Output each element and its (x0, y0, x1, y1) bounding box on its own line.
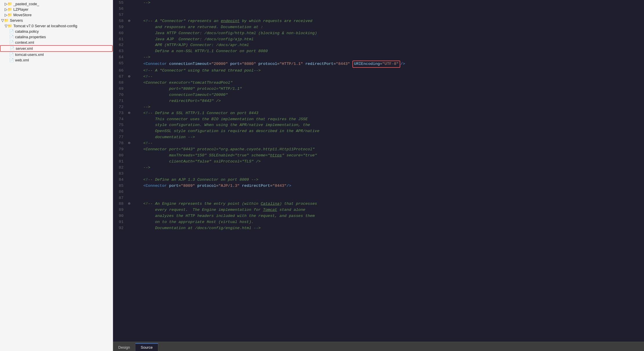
line-content: --> (132, 165, 644, 171)
table-row: 71 redirectPort="8443" /> (113, 98, 644, 104)
line-fold: ⊖ (127, 201, 132, 207)
table-row: 89 every request. The Engine implementat… (113, 207, 644, 213)
line-fold: ⊖ (127, 110, 132, 116)
line-content: <!-- Define a SSL HTTP/1.1 Connector on … (132, 110, 644, 116)
line-content: <!-- A "Connector" represents an endpoin… (132, 18, 644, 24)
line-fold (127, 153, 132, 159)
line-fold (127, 61, 132, 68)
table-row: 56 (113, 6, 644, 12)
table-row: 74 This connector uses the BIO implement… (113, 116, 644, 123)
line-number: 58 (113, 18, 127, 24)
line-fold (127, 171, 132, 177)
table-row: 79 <Connector port="8443" protocol="org.… (113, 147, 644, 153)
line-number: 82 (113, 165, 127, 171)
file-icon: 📄 (9, 52, 14, 57)
sidebar-item-tomcat-users[interactable]: 📄 tomcat-users.xml (0, 52, 113, 57)
tab-source[interactable]: Source (135, 343, 158, 351)
table-row: 67 ⊖ <!-- (113, 74, 644, 80)
line-number: 85 (113, 183, 127, 189)
line-number: 64 (113, 54, 127, 61)
line-number: 63 (113, 48, 127, 54)
line-fold (127, 0, 132, 6)
file-icon: 📄 (9, 40, 14, 45)
line-fold (127, 24, 132, 30)
line-number: 65 (113, 61, 127, 68)
line-content: <Connector port="8009" protocol="AJP/1.3… (132, 183, 644, 189)
line-content: redirectPort="8443" /> (132, 98, 644, 104)
line-number: 66 (113, 68, 127, 74)
line-fold (127, 183, 132, 189)
sidebar-item-label: MoveStore (13, 13, 32, 17)
code-table: 55 --> 56 57 58 (113, 0, 644, 231)
line-content: --> (132, 54, 644, 61)
file-icon: 📄 (9, 58, 14, 62)
table-row: 80 maxThreads="150" SSLEnabled="true" sc… (113, 153, 644, 159)
sidebar-item-label: server.xml (16, 46, 33, 51)
line-number: 67 (113, 74, 127, 80)
line-number: 76 (113, 128, 127, 134)
table-row: 55 --> (113, 0, 644, 6)
table-row: 60 Java HTTP Connector: /docs/config/htt… (113, 30, 644, 36)
line-content: <Connector connectionTimeout="20000" por… (132, 61, 644, 68)
folder-open-icon: ▽📁 (5, 24, 12, 28)
line-content: connectionTimeout="20000" (132, 92, 644, 98)
line-content: APR (HTTP/AJP) Connector: /docs/apr.html (132, 42, 644, 48)
sidebar-item-server-xml[interactable]: 📄 server.xml (0, 45, 113, 52)
table-row: 68 <Connector executor="tomcatThreadPool… (113, 80, 644, 86)
sidebar-item-tomcat[interactable]: ▽📁 Tomcat v7.0 Server at localhost-confi… (0, 23, 113, 29)
line-content: documentation --> (132, 134, 644, 140)
line-content: every request. The Engine implementation… (132, 207, 644, 213)
tab-design[interactable]: Design (113, 344, 135, 351)
sidebar-item-catalina-properties[interactable]: 📄 catalina.properties (0, 34, 113, 40)
line-number: 83 (113, 171, 127, 177)
line-fold (127, 92, 132, 98)
line-content: OpenSSL style configuration is required … (132, 128, 644, 134)
line-content: Documentation at /docs/config/engine.htm… (132, 225, 644, 231)
line-fold (127, 128, 132, 134)
line-fold (127, 189, 132, 195)
line-fold (127, 36, 132, 43)
line-fold (127, 134, 132, 140)
table-row: 87 (113, 195, 644, 201)
line-number: 88 (113, 201, 127, 207)
line-number: 79 (113, 147, 127, 153)
sidebar-item-lzplayer[interactable]: ▷📁 LZPlayer (0, 7, 113, 12)
sidebar-item-pasted-code[interactable]: ▷📁 _pasted_code_ (0, 1, 113, 7)
line-content: <!-- (132, 140, 644, 147)
sidebar-item-movestore[interactable]: ▷📁 MoveStore (0, 12, 113, 18)
line-fold (127, 225, 132, 231)
line-content: maxThreads="150" SSLEnabled="true" schem… (132, 153, 644, 159)
line-content (132, 6, 644, 12)
line-content: Java HTTP Connector: /docs/config/http.h… (132, 30, 644, 36)
line-content: analyzes the HTTP headers included with … (132, 213, 644, 219)
line-content: on to the appropriate Host (virtual host… (132, 219, 644, 225)
table-row: 61 Java AJP Connector: /docs/config/ajp.… (113, 36, 644, 43)
sidebar-item-catalina-policy[interactable]: 📄 catalina.policy (0, 29, 113, 34)
line-number: 59 (113, 24, 127, 30)
line-number: 75 (113, 122, 127, 128)
line-number: 62 (113, 42, 127, 48)
line-fold (127, 177, 132, 183)
table-row: 77 documentation --> (113, 134, 644, 140)
line-number: 68 (113, 80, 127, 86)
table-row: 75 style configuration. When using the A… (113, 122, 644, 128)
table-row: 85 <Connector port="8009" protocol="AJP/… (113, 183, 644, 189)
table-row: 83 (113, 171, 644, 177)
editor-area[interactable]: 55 --> 56 57 58 (113, 0, 644, 342)
line-content: clientAuth="false" sslProtocol="TLS" /> (132, 159, 644, 165)
line-number: 78 (113, 140, 127, 147)
line-fold (127, 147, 132, 153)
line-number: 57 (113, 12, 127, 18)
line-number: 91 (113, 219, 127, 225)
line-number: 73 (113, 110, 127, 116)
line-number: 84 (113, 177, 127, 183)
line-content: --> (132, 0, 644, 6)
sidebar-item-web-xml[interactable]: 📄 web.xml (0, 57, 113, 63)
line-fold (127, 42, 132, 48)
line-number: 56 (113, 6, 127, 12)
line-number: 69 (113, 86, 127, 92)
table-row: 81 clientAuth="false" sslProtocol="TLS" … (113, 159, 644, 165)
line-number: 77 (113, 134, 127, 140)
sidebar-item-context-xml[interactable]: 📄 context.xml (0, 40, 113, 45)
sidebar-item-servers[interactable]: ▽📁 Servers (0, 18, 113, 23)
